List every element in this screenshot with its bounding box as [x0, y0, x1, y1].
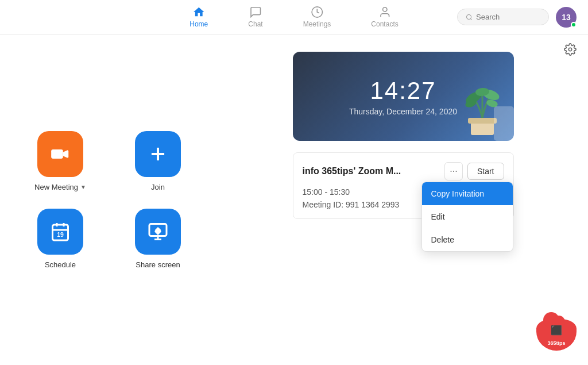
edit-item[interactable]: Edit: [422, 205, 513, 228]
nav-label-meetings: Meetings: [303, 20, 331, 28]
clock-card: 14:27 Thursday, December 24, 2020: [293, 52, 514, 141]
avatar[interactable]: 13: [556, 7, 577, 28]
nav-center: Home Chat Meetings Contacts: [181, 3, 407, 31]
svg-text:19: 19: [57, 231, 64, 238]
nav-label-chat: Chat: [248, 20, 262, 28]
plus-icon: [147, 143, 169, 165]
new-meeting-icon-bg: [37, 131, 83, 177]
meeting-actions: ··· Start: [444, 162, 504, 180]
svg-rect-22: [494, 106, 514, 141]
share-screen-icon: [148, 221, 168, 242]
action-join[interactable]: Join: [121, 131, 195, 191]
left-panel: New Meeting ▼ Join: [0, 34, 218, 365]
search-input[interactable]: [476, 13, 540, 21]
chevron-down-icon: ▼: [80, 184, 86, 190]
join-label: Join: [151, 183, 165, 191]
settings-icon[interactable]: [564, 43, 577, 58]
badge-cloud-icon: ⬛ 365tips: [536, 319, 577, 351]
badge-text: 365tips: [547, 340, 565, 346]
action-schedule[interactable]: 19 Schedule: [23, 209, 98, 269]
main-content: New Meeting ▼ Join: [0, 34, 588, 365]
svg-rect-5: [51, 149, 63, 159]
copy-invitation-item[interactable]: Copy Invitation: [422, 182, 513, 205]
video-camera-icon: [49, 143, 71, 165]
right-panel: 14:27 Thursday, December 24, 2020: [218, 34, 588, 365]
nav-item-meetings[interactable]: Meetings: [295, 3, 340, 31]
share-screen-label: Share screen: [136, 260, 180, 269]
dropdown-menu: Copy Invitation Edit Delete: [421, 182, 513, 252]
meeting-card: info 365tips' Zoom M... ··· Start 15:00 …: [293, 152, 514, 219]
calendar-icon: 19: [50, 221, 71, 242]
clock-time: 14:27: [370, 77, 436, 105]
search-bar[interactable]: [457, 9, 549, 25]
more-options-button[interactable]: ···: [444, 162, 463, 180]
svg-rect-16: [468, 118, 497, 124]
schedule-icon-bg: 19: [37, 209, 83, 255]
nav-label-home: Home: [189, 20, 208, 28]
join-icon-bg: [135, 131, 181, 177]
top-navigation: Home Chat Meetings Contacts: [0, 0, 588, 34]
svg-point-4: [568, 48, 572, 51]
plant-decoration: [445, 72, 514, 141]
nav-item-contacts[interactable]: Contacts: [362, 3, 407, 31]
nav-right: 13: [457, 7, 577, 28]
start-button[interactable]: Start: [467, 163, 504, 180]
action-new-meeting[interactable]: New Meeting ▼: [23, 131, 98, 191]
delete-item[interactable]: Delete: [422, 228, 513, 251]
clock-date: Thursday, December 24, 2020: [349, 107, 457, 116]
share-screen-icon-bg: [135, 209, 181, 255]
badge-365tips: ⬛ 365tips: [536, 319, 579, 356]
nav-item-home[interactable]: Home: [181, 3, 216, 31]
schedule-label: Schedule: [45, 260, 76, 269]
svg-point-1: [382, 7, 386, 11]
new-meeting-label: New Meeting ▼: [34, 183, 86, 191]
search-icon: [466, 13, 473, 21]
svg-line-3: [470, 18, 471, 20]
nav-item-chat[interactable]: Chat: [239, 3, 271, 31]
action-grid: New Meeting ▼ Join: [23, 131, 195, 269]
avatar-status-dot: [571, 22, 577, 28]
meeting-title: info 365tips' Zoom M...: [303, 166, 417, 176]
action-share-screen[interactable]: Share screen: [121, 209, 195, 269]
meeting-header: info 365tips' Zoom M... ··· Start: [303, 162, 504, 180]
svg-point-2: [467, 14, 471, 19]
nav-label-contacts: Contacts: [371, 20, 398, 28]
